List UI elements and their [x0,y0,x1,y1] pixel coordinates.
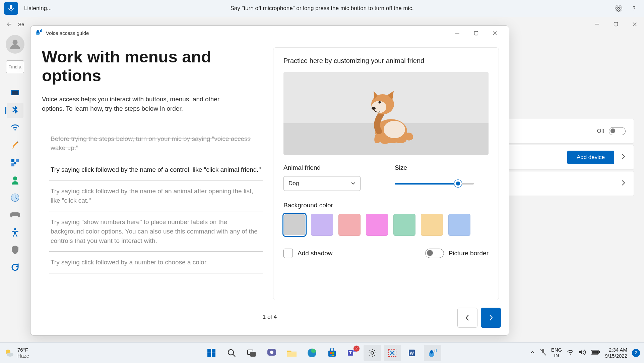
size-slider[interactable] [395,183,474,185]
voice-access-guide-window: Voice access guide Work with menus and o… [30,25,509,335]
taskbar: 76°F Haze T2 W ENG IN 2:34 AM 9/15/2022 [0,342,644,363]
word-button[interactable]: W [404,345,421,361]
svg-rect-16 [40,30,41,32]
guide-step: Try saying "show numbers here" to place … [49,211,263,252]
guide-practice-pane: Practice here by customizing your animal… [273,47,499,300]
svg-point-13 [14,228,16,230]
svg-text:T: T [349,351,352,355]
svg-rect-38 [287,352,297,357]
task-view-button[interactable] [243,345,260,361]
bg-color-label: Background color [283,202,489,209]
toggle-switch[interactable] [609,127,626,135]
svg-rect-54 [435,350,435,352]
notification-badge[interactable]: 2 [632,349,640,357]
next-button[interactable] [481,308,501,328]
svg-rect-57 [599,351,600,353]
guide-window-title: Voice access guide [46,30,89,36]
picture-border-label: Picture border [449,250,489,257]
sidebar-item-bluetooth[interactable] [7,103,23,118]
sidebar-item-personalization[interactable] [7,138,23,153]
guide-app-icon [35,29,43,38]
svg-rect-8 [16,159,19,162]
settings-app-button[interactable] [364,345,381,361]
mic-button[interactable] [4,2,18,15]
guide-close-button[interactable] [486,27,504,40]
store-button[interactable] [323,345,341,361]
teams-badge: 2 [353,346,360,352]
add-device-button[interactable]: Add device [567,151,614,164]
svg-point-21 [380,139,390,144]
guide-maximize-button[interactable] [467,27,486,40]
weather-widget[interactable]: 76°F Haze [4,347,29,359]
svg-point-0 [618,7,620,9]
settings-icon[interactable] [613,3,624,14]
sidebar-item-apps[interactable] [7,155,23,170]
sidebar-item-gaming[interactable] [7,207,23,223]
maximize-button[interactable] [606,17,625,32]
guide-step: Try saying click followed by a number to… [49,252,263,273]
animal-friend-select[interactable]: Dog [283,176,361,191]
weather-desc: Haze [17,353,29,359]
language-indicator[interactable]: ENG IN [551,347,562,358]
color-swatch[interactable] [421,214,443,236]
sidebar-item-system[interactable] [7,85,23,101]
prev-button[interactable] [457,308,477,328]
sidebar-item-update[interactable] [7,260,23,275]
svg-rect-3 [614,22,618,26]
close-button[interactable] [625,17,644,32]
add-shadow-checkbox[interactable] [283,249,293,258]
edge-button[interactable] [303,345,321,361]
color-swatch[interactable] [366,214,388,236]
add-shadow-option[interactable]: Add shadow [283,249,333,258]
volume-icon[interactable] [579,349,586,357]
guide-steps-list: Before trying the steps below, turn on y… [49,128,263,273]
color-swatch[interactable] [283,214,306,236]
back-button[interactable] [4,19,15,30]
svg-rect-32 [212,353,215,357]
picture-border-option[interactable]: Picture border [425,249,489,258]
svg-rect-18 [474,31,478,35]
settings-title: Se [18,21,24,27]
mic-icon [8,5,14,12]
help-icon[interactable] [629,3,639,14]
wifi-icon[interactable] [567,349,574,356]
mic-muted-icon[interactable] [540,349,546,357]
voice-access-app-button[interactable] [424,345,441,361]
weather-temp: 76°F [17,347,29,353]
color-swatch[interactable] [338,214,361,236]
guide-minimize-button[interactable] [448,27,467,40]
file-explorer-button[interactable] [283,345,301,361]
sidebar-item-accounts[interactable] [7,172,23,188]
color-swatch[interactable] [448,214,470,236]
start-button[interactable] [203,345,220,361]
search-button[interactable] [223,345,240,361]
battery-icon[interactable] [591,350,600,356]
animal-friend-value: Dog [288,180,299,187]
sidebar-item-time[interactable] [7,190,23,205]
svg-point-26 [384,121,405,138]
clock[interactable]: 2:34 AM 9/15/2022 [605,347,627,359]
find-setting-input[interactable]: Find a [6,60,24,73]
color-swatch[interactable] [393,214,415,236]
minimize-button[interactable] [588,17,606,32]
svg-point-25 [372,107,376,110]
snipping-tool-button[interactable] [384,345,401,361]
user-avatar[interactable] [6,35,24,54]
svg-rect-30 [212,349,215,353]
chat-button[interactable] [263,345,280,361]
slider-thumb[interactable] [454,180,462,187]
svg-point-4 [13,40,18,45]
svg-point-37 [270,351,273,354]
svg-point-33 [228,350,234,355]
color-swatch[interactable] [311,214,333,236]
picture-border-toggle[interactable] [425,249,444,258]
teams-button[interactable]: T2 [343,345,361,361]
guide-step: Before trying the steps below, turn on y… [49,128,263,159]
sidebar-item-privacy[interactable] [7,242,23,258]
svg-point-48 [371,352,374,354]
page-indicator: 1 of 4 [263,314,277,320]
sidebar-item-network[interactable] [7,120,23,136]
tray-chevron-icon[interactable] [530,350,535,356]
svg-rect-7 [11,159,14,162]
sidebar-item-accessibility[interactable] [7,225,23,240]
